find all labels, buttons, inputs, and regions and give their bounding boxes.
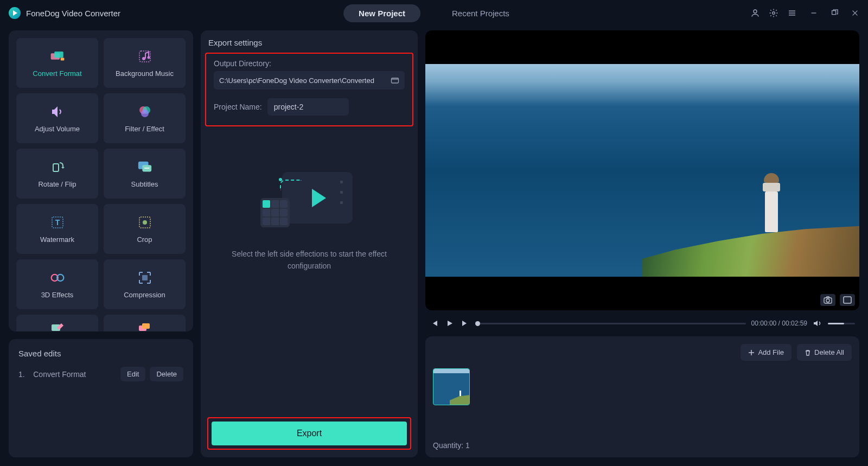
titlebar-right: [750, 8, 859, 18]
tool-grid-card: Convert Format Background Music Adjust V…: [9, 30, 193, 331]
right-panel: 00:00:00 / 00:02:59 Add File Delete All: [425, 30, 859, 457]
titlebar-left: FoneDog Video Converter: [9, 7, 120, 19]
delete-button[interactable]: Delete: [150, 367, 183, 381]
project-name-row: Project Name:: [214, 98, 405, 116]
svg-text:T: T: [55, 218, 60, 227]
svg-rect-4: [54, 51, 63, 58]
rotate-flip-icon: [50, 159, 65, 175]
file-thumbnail[interactable]: [433, 368, 470, 405]
saved-edits-card: Saved edits 1. Convert Format Edit Delet…: [9, 339, 193, 457]
three-d-icon: [50, 270, 65, 285]
filter-effect-icon: [137, 104, 152, 119]
svg-rect-12: [53, 164, 59, 171]
background-music-icon: [137, 49, 152, 64]
tool-extra-2[interactable]: [104, 315, 186, 331]
add-file-label: Add File: [758, 348, 784, 356]
watermark-icon: T: [50, 215, 65, 230]
svg-rect-5: [60, 58, 64, 60]
saved-item-name: Convert Format: [33, 370, 86, 379]
tool-label: Rotate / Flip: [38, 180, 76, 188]
svg-rect-25: [142, 323, 150, 329]
titlebar: FoneDog Video Converter New Project Rece…: [0, 0, 868, 26]
play-button[interactable]: [445, 318, 455, 328]
volume-icon[interactable]: [813, 318, 822, 328]
placeholder-illustration: [260, 172, 358, 232]
project-name-input[interactable]: [267, 98, 349, 116]
effect-placeholder: Select the left side effections to start…: [208, 134, 410, 417]
tool-label: 3D Effects: [41, 291, 74, 299]
placeholder-text: Select the left side effections to start…: [228, 248, 391, 272]
tool-rotate-flip[interactable]: Rotate / Flip: [16, 149, 98, 199]
subtitles-icon: [137, 159, 152, 175]
edit-button[interactable]: Edit: [120, 367, 145, 381]
tool-background-music[interactable]: Background Music: [104, 38, 186, 88]
delete-all-button[interactable]: Delete All: [797, 344, 852, 361]
tool-subtitles[interactable]: Subtitles: [104, 149, 186, 199]
tool-adjust-volume[interactable]: Adjust Volume: [16, 93, 98, 143]
minimize-button[interactable]: [809, 9, 818, 17]
tool-filter-effect[interactable]: Filter / Effect: [104, 93, 186, 143]
output-directory-field[interactable]: C:\Users\pc\FoneDog Video Converter\Conv…: [214, 71, 405, 90]
files-actions: Add File Delete All: [433, 344, 852, 361]
svg-point-11: [141, 110, 149, 117]
next-button[interactable]: [460, 318, 470, 328]
preview-corner-controls: [820, 294, 855, 306]
tool-grid: Convert Format Background Music Adjust V…: [16, 38, 186, 331]
menu-icon[interactable]: [787, 8, 797, 18]
crop-icon: [137, 215, 152, 230]
svg-rect-2: [832, 11, 836, 15]
account-icon[interactable]: [750, 8, 761, 18]
tool-label: Adjust Volume: [35, 125, 80, 133]
export-fields-highlight: Output Directory: C:\Users\pc\FoneDog Vi…: [205, 53, 413, 126]
add-file-button[interactable]: Add File: [741, 344, 792, 361]
snapshot-icon[interactable]: [820, 294, 835, 306]
left-panel: Convert Format Background Music Adjust V…: [9, 30, 193, 457]
tool-label: Watermark: [40, 235, 74, 244]
tool-3d-effects[interactable]: 3D Effects: [16, 259, 98, 309]
tool-compression[interactable]: Compression: [104, 259, 186, 309]
output-directory-label: Output Directory:: [214, 59, 405, 68]
quantity-value: 1: [465, 441, 470, 450]
adjust-volume-icon: [50, 104, 65, 119]
tool-label: Compression: [124, 291, 165, 299]
tool-extra-1[interactable]: [16, 315, 98, 331]
tool-label: Background Music: [116, 69, 174, 78]
tool-label: Subtitles: [131, 180, 158, 188]
tool-convert-format[interactable]: Convert Format: [16, 38, 98, 88]
svg-point-19: [143, 220, 147, 225]
export-settings-title: Export settings: [208, 38, 410, 47]
fullscreen-icon[interactable]: [840, 294, 855, 306]
tool-watermark[interactable]: T Watermark: [16, 204, 98, 254]
compression-icon: [137, 270, 152, 285]
browse-folder-icon[interactable]: [391, 76, 399, 85]
app-title: FoneDog Video Converter: [26, 9, 120, 18]
saved-edit-row: 1. Convert Format Edit Delete: [18, 367, 183, 381]
svg-point-8: [147, 56, 150, 59]
convert-format-icon: [50, 49, 65, 64]
volume-slider[interactable]: [828, 323, 855, 324]
export-settings-panel: Export settings Output Directory: C:\Use…: [201, 30, 418, 457]
playback-time: 00:00:00 / 00:02:59: [751, 320, 807, 327]
seek-bar[interactable]: [475, 323, 746, 324]
export-button[interactable]: Export: [212, 422, 407, 445]
video-preview[interactable]: [425, 30, 859, 310]
total-time: 00:02:59: [782, 320, 807, 327]
svg-rect-22: [142, 275, 148, 280]
tab-new-project[interactable]: New Project: [343, 4, 420, 22]
prev-button[interactable]: [430, 318, 439, 328]
current-time: 00:00:00: [751, 320, 777, 327]
main-layout: Convert Format Background Music Adjust V…: [0, 26, 868, 466]
player-controls: 00:00:00 / 00:02:59: [425, 317, 859, 330]
tab-recent-projects[interactable]: Recent Projects: [437, 4, 525, 22]
maximize-button[interactable]: [830, 9, 839, 17]
saved-actions: Edit Delete: [120, 367, 183, 381]
app-logo-icon: [9, 7, 21, 19]
tool-crop[interactable]: Crop: [104, 204, 186, 254]
saved-item-index: 1.: [18, 370, 25, 379]
svg-point-28: [826, 299, 829, 302]
saved-edits-title: Saved edits: [18, 349, 183, 358]
svg-rect-29: [844, 297, 851, 303]
close-button[interactable]: [851, 9, 859, 17]
settings-icon[interactable]: [768, 8, 779, 18]
tool-label: Convert Format: [33, 69, 81, 78]
